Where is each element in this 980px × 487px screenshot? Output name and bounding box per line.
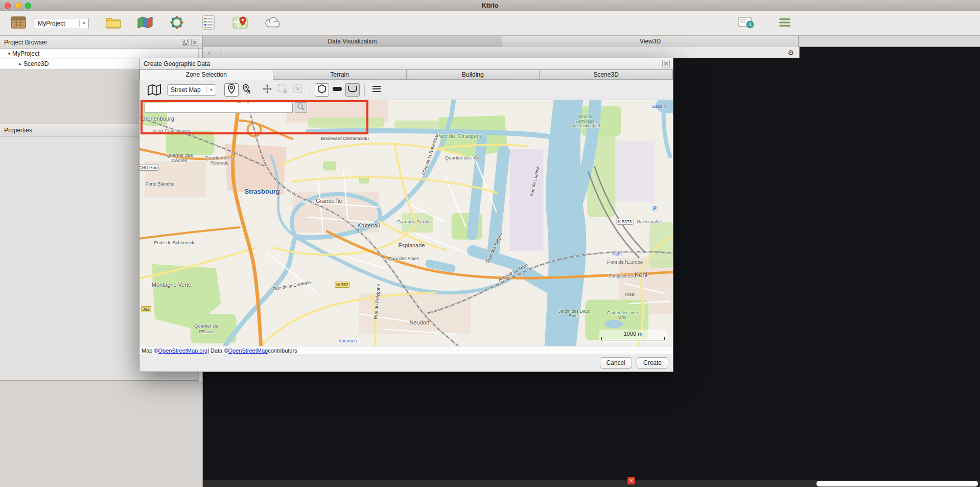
capsule-icon	[332, 85, 343, 95]
map-attribution: Map © OpenStreetMap.org | Data © OpenStr…	[139, 346, 673, 354]
toolbar-separator	[310, 84, 310, 96]
dropdown-divider	[206, 86, 207, 94]
osm-link[interactable]: OpenStreetMap	[228, 347, 268, 354]
hexagon-icon	[317, 84, 327, 96]
attribution-text: Map ©	[142, 347, 158, 354]
create-button[interactable]: Create	[637, 357, 668, 368]
tab-building[interactable]: Building	[407, 69, 540, 80]
tab-label: Terrain	[330, 71, 349, 78]
float-panel-icon[interactable]	[182, 39, 189, 46]
project-dropdown[interactable]: MyProject ▼	[34, 18, 89, 29]
hamburger-icon	[778, 17, 791, 30]
visualization-subtoolbar: ‹ ⋮ ⚙	[203, 47, 800, 58]
dialog-close-button[interactable]	[662, 60, 670, 67]
tab-label: Zone Selection	[186, 71, 227, 78]
collapsed-triangle-icon[interactable]: ▸	[17, 61, 24, 66]
more-options-icon[interactable]: ⋮	[218, 50, 224, 56]
map-menu-button[interactable]	[369, 83, 384, 97]
menu-icon	[371, 85, 382, 95]
map-search-bar	[145, 102, 307, 113]
rounded-rect-icon	[347, 85, 358, 95]
app-toolbar: MyProject ▼	[0, 11, 980, 36]
tab-label: Scene3D	[593, 71, 618, 78]
search-input[interactable]	[145, 103, 293, 113]
card-clock-icon	[737, 16, 755, 31]
toolbar-separator	[364, 84, 365, 96]
tab-label: View3D	[640, 38, 661, 45]
network-data-button[interactable]	[166, 13, 188, 34]
close-panel-icon[interactable]	[191, 39, 198, 46]
drawer-icon	[10, 15, 27, 32]
cloud-icon	[263, 16, 281, 31]
tab-scene3d[interactable]: Scene3D	[540, 69, 673, 80]
basemap-icon	[147, 84, 162, 96]
dashed-zone-delete-icon	[292, 83, 304, 97]
geographic-data-button[interactable]	[134, 13, 156, 34]
error-close-icon[interactable]: ✕	[627, 477, 635, 484]
tab-data-visualization[interactable]: Data Visualization	[203, 36, 502, 47]
move-arrows-icon	[262, 83, 273, 97]
properties-title: Properties	[4, 127, 32, 134]
clear-selection-button[interactable]	[275, 83, 290, 97]
data-list-button[interactable]	[197, 13, 220, 34]
scale-bracket	[601, 337, 665, 340]
map-canvas[interactable]: GronenbourgVieux-CronenbourgQuartier des…	[139, 100, 673, 346]
tab-terrain[interactable]: Terrain	[273, 69, 407, 80]
cancel-button[interactable]: Cancel	[600, 357, 632, 368]
move-selection-button[interactable]	[260, 83, 274, 97]
basemap-dropdown[interactable]: Street Map ▼	[167, 84, 216, 96]
basemap-dropdown-value: Street Map	[171, 86, 201, 94]
polygon-zone-tool-button[interactable]	[315, 83, 329, 97]
osm-org-link[interactable]: OpenStreetMap.org	[158, 347, 208, 354]
attribution-text: | Data ©	[207, 347, 228, 354]
dialog-titlebar[interactable]: Create Geographic Data	[139, 58, 673, 69]
map-toolbar: Street Map ▼	[139, 80, 673, 100]
folder-icon	[105, 15, 122, 32]
tree-item-myproject[interactable]: ▾ MyProject	[0, 49, 198, 59]
tab-label: Data Visualization	[328, 38, 377, 45]
map-pin-icon	[232, 15, 248, 32]
map-scale-bar: 1000 m	[599, 330, 667, 342]
scale-label: 1000 m	[601, 331, 665, 337]
window-titlebar: Ktirio	[0, 0, 980, 11]
schedule-card-button[interactable]	[735, 13, 757, 34]
tab-label: Building	[462, 71, 484, 78]
place-pin-tool-button[interactable]	[224, 83, 239, 97]
dialog-footer: Cancel Create	[139, 354, 673, 372]
expanded-triangle-icon[interactable]: ▾	[6, 51, 12, 56]
window-title: Ktirio	[0, 2, 980, 9]
rounded-rect-zone-tool-button[interactable]	[345, 83, 360, 97]
project-drawer-button[interactable]	[7, 13, 30, 34]
select-pin-tool-button[interactable]	[240, 83, 254, 97]
list-icon	[201, 15, 216, 32]
status-input-box[interactable]	[816, 481, 978, 486]
map-icon	[136, 15, 154, 32]
project-dropdown-value: MyProject	[38, 20, 65, 27]
tab-zone-selection[interactable]: Zone Selection	[139, 69, 273, 80]
chevron-down-icon: ▼	[82, 21, 86, 25]
tab-view3d[interactable]: View3D	[502, 36, 799, 47]
knot-icon	[169, 15, 184, 32]
tree-item-label: MyProject	[12, 50, 39, 57]
dashed-selection-delete-icon	[277, 83, 288, 97]
search-button[interactable]	[295, 102, 307, 113]
capsule-zone-tool-button[interactable]	[330, 83, 344, 97]
create-geographic-data-dialog: Create Geographic Data Zone Selection Te…	[139, 58, 673, 372]
location-pin-icon	[227, 84, 236, 96]
weather-data-button[interactable]	[261, 13, 283, 34]
map-image	[139, 100, 673, 346]
attribution-text: contributors	[268, 347, 297, 354]
app-menu-button[interactable]	[774, 13, 796, 34]
project-browser-title: Project Browser	[4, 39, 48, 46]
gear-icon[interactable]: ⚙	[787, 49, 794, 56]
delete-zone-button[interactable]	[291, 83, 305, 97]
toolbar-right-group	[735, 13, 796, 34]
back-arrow-icon[interactable]: ‹	[208, 49, 211, 56]
dialog-title: Create Geographic Data	[144, 60, 210, 67]
status-strip	[203, 480, 980, 487]
open-project-button[interactable]	[102, 13, 125, 34]
dropdown-divider	[79, 20, 80, 27]
geolocation-button[interactable]	[229, 13, 251, 34]
main-tabstrip: Data Visualization View3D	[203, 36, 980, 47]
tree-item-label: Scene3D	[24, 60, 49, 67]
